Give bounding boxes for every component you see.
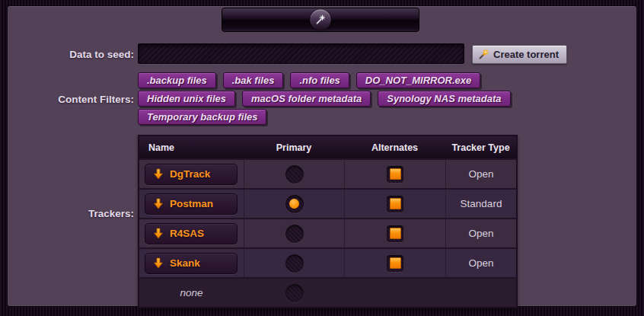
tracker-name-cell: Skank <box>139 249 244 277</box>
tracker-alternates-cell <box>344 249 445 277</box>
column-header-name: Name <box>139 136 244 158</box>
primary-radio[interactable] <box>285 225 304 243</box>
create-torrent-button-label: Create torrent <box>493 49 559 60</box>
tracker-type-cell: Open <box>445 219 516 247</box>
column-header-alternates: Alternates <box>344 136 445 158</box>
tracker-name-cell: R4SAS <box>139 219 244 247</box>
primary-radio[interactable] <box>285 195 304 213</box>
trackers-table-header: Name Primary Alternates Tracker Type <box>139 136 516 158</box>
tracker-alternates-cell <box>344 190 445 218</box>
create-torrent-button[interactable]: Create torrent <box>472 45 567 64</box>
magic-wand-sparkle-icon <box>478 49 489 60</box>
tracker-type-cell: Standard <box>445 190 516 218</box>
column-header-primary: Primary <box>244 136 344 158</box>
tracker-none-label: none <box>180 287 202 298</box>
checkbox-mark <box>390 198 401 209</box>
tracker-row: SkankOpen <box>139 247 516 277</box>
tracker-name-label: Skank <box>170 257 200 269</box>
tracker-name-cell: Postman <box>139 190 244 218</box>
tracker-row: DgTrackOpen <box>139 158 516 188</box>
tracker-alternates-cell <box>344 279 445 307</box>
filter-chip[interactable]: Synology NAS metadata <box>378 91 510 107</box>
alternates-checkbox[interactable] <box>387 255 403 272</box>
tracker-alternates-cell <box>344 219 445 247</box>
tracker-name-cell: none <box>139 279 244 307</box>
trackers-table-body: DgTrackOpen PostmanStandard R4SASOpen <box>139 158 516 307</box>
tracker-name-label: R4SAS <box>170 228 204 239</box>
download-arrow-icon <box>153 198 164 209</box>
tracker-row: none <box>139 277 516 307</box>
filter-chip-row: .backup files.bak files.nfo filesDO_NOT_… <box>138 72 511 88</box>
filter-chip-row: Hidden unix filesmacOS folder metadataSy… <box>138 91 511 107</box>
download-arrow-icon <box>153 228 164 239</box>
checkbox-mark <box>390 168 401 180</box>
filter-chip[interactable]: macOS folder metadata <box>242 91 371 107</box>
tracker-type-label: Open <box>468 257 493 269</box>
filter-chip-row: Temporary backup files <box>138 109 511 125</box>
tracker-row: PostmanStandard <box>139 188 516 218</box>
content-filters-label: Content Filters: <box>58 94 134 105</box>
tracker-alternates-cell <box>344 160 445 188</box>
trackers-table: Name Primary Alternates Tracker Type DgT… <box>138 135 518 308</box>
tracker-name-button[interactable]: DgTrack <box>145 164 238 185</box>
checkbox-mark <box>390 257 401 269</box>
tracker-row: R4SASOpen <box>139 218 516 247</box>
tracker-name-button[interactable]: Postman <box>145 193 238 215</box>
checkbox-mark <box>390 228 401 239</box>
filter-chip[interactable]: .backup files <box>138 72 216 88</box>
wand-toggle-button[interactable] <box>311 10 331 30</box>
collapsed-header-bar <box>222 8 419 32</box>
tracker-name-cell: DgTrack <box>139 160 244 188</box>
tracker-type-label: Standard <box>461 198 502 209</box>
tracker-primary-cell <box>244 279 344 307</box>
filter-chip[interactable]: Hidden unix files <box>138 91 235 107</box>
filter-chip[interactable]: .bak files <box>223 72 284 88</box>
magic-wand-icon <box>315 14 327 26</box>
radio-dot <box>289 199 299 209</box>
download-arrow-icon <box>153 257 164 269</box>
tracker-type-label: Open <box>468 168 493 180</box>
column-header-tracker-type: Tracker Type <box>445 136 516 158</box>
primary-radio[interactable] <box>285 284 304 302</box>
tracker-primary-cell <box>244 160 344 188</box>
filter-chip[interactable]: Temporary backup files <box>138 109 266 125</box>
data-to-seed-input[interactable] <box>138 43 464 64</box>
tracker-name-label: Postman <box>170 198 213 209</box>
data-to-seed-label: Data to seed: <box>69 49 134 60</box>
tracker-type-label: Open <box>468 228 493 239</box>
tracker-primary-cell <box>244 249 344 277</box>
alternates-checkbox[interactable] <box>387 166 403 183</box>
tracker-type-cell: Open <box>445 249 516 277</box>
filter-chip[interactable]: .nfo files <box>290 72 349 88</box>
alternates-checkbox[interactable] <box>387 196 403 212</box>
tracker-type-cell <box>445 279 516 307</box>
trackers-label: Trackers: <box>88 208 134 219</box>
tracker-name-button[interactable]: R4SAS <box>145 223 238 244</box>
content-filters-group: .backup files.bak files.nfo filesDO_NOT_… <box>138 72 511 125</box>
primary-radio[interactable] <box>285 254 304 273</box>
download-arrow-icon <box>153 168 164 180</box>
filter-chip[interactable]: DO_NOT_MIRROR.exe <box>356 72 480 88</box>
tracker-type-cell: Open <box>445 160 516 188</box>
alternates-checkbox[interactable] <box>387 225 403 242</box>
tracker-primary-cell <box>244 219 344 247</box>
tracker-primary-cell <box>244 190 344 218</box>
tracker-name-label: DgTrack <box>170 168 210 180</box>
primary-radio[interactable] <box>285 165 304 184</box>
tracker-name-button[interactable]: Skank <box>145 253 238 274</box>
